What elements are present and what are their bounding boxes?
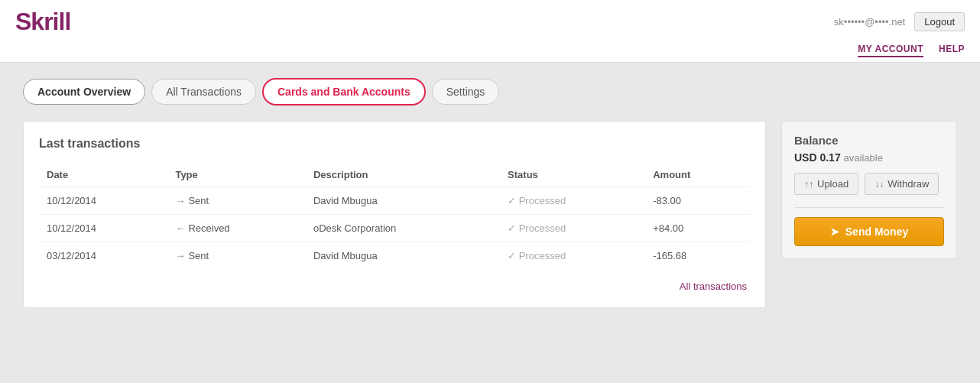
cell-status: ✓ Processed	[500, 242, 645, 270]
withdraw-icon: ↓	[875, 179, 884, 190]
header-nav: MY ACCOUNT HELP	[15, 41, 965, 62]
cell-date: 10/12/2014	[39, 187, 167, 215]
content-layout: Last transactions Date Type Description …	[23, 121, 957, 308]
tab-settings[interactable]: Settings	[432, 79, 500, 105]
received-icon: ←	[175, 222, 185, 234]
sent-icon: →	[175, 195, 185, 206]
header: Skrill sk••••••@••••.net Logout MY ACCOU…	[0, 0, 980, 63]
col-type: Type	[167, 163, 306, 187]
col-amount: Amount	[645, 163, 750, 187]
cell-description: David Mbugua	[306, 187, 500, 215]
cell-description: oDesk Corporation	[306, 215, 500, 242]
header-top: Skrill sk••••••@••••.net Logout	[15, 0, 965, 41]
transactions-title: Last transactions	[39, 137, 750, 151]
cell-type: ←Received	[167, 215, 306, 242]
status-check-icon: ✓	[508, 222, 516, 234]
cell-description: David Mbugua	[306, 242, 500, 270]
sidebar-divider	[794, 207, 944, 208]
tab-all-transactions[interactable]: All Transactions	[151, 79, 256, 105]
send-money-button[interactable]: ➤ Send Money	[794, 217, 944, 246]
cell-date: 03/12/2014	[39, 242, 167, 270]
col-description: Description	[306, 163, 500, 187]
status-label: Processed	[519, 250, 566, 261]
table-row: 10/12/2014 ←Received oDesk Corporation ✓…	[39, 215, 750, 242]
cell-amount: -165.68	[645, 242, 750, 270]
logo: Skrill	[15, 8, 70, 36]
balance-actions: ↑ Upload ↓ Withdraw	[794, 173, 944, 195]
transactions-panel: Last transactions Date Type Description …	[23, 121, 766, 308]
cell-date: 10/12/2014	[39, 215, 167, 242]
upload-icon: ↑	[804, 179, 813, 190]
col-date: Date	[39, 163, 167, 187]
withdraw-button[interactable]: ↓ Withdraw	[865, 173, 939, 195]
send-money-icon: ➤	[830, 226, 839, 238]
withdraw-label: Withdraw	[888, 178, 929, 190]
cell-type: →Sent	[167, 187, 306, 215]
cell-status: ✓ Processed	[500, 187, 645, 215]
upload-label: Upload	[817, 178, 849, 190]
header-right: sk••••••@••••.net Logout	[834, 12, 965, 31]
all-transactions-link-container: All transactions	[39, 269, 750, 292]
tab-cards-bank-accounts[interactable]: Cards and Bank Accounts	[262, 78, 426, 105]
upload-button[interactable]: ↑ Upload	[794, 173, 858, 195]
transactions-table: Date Type Description Status Amount 10/1…	[39, 163, 750, 269]
tab-account-overview[interactable]: Account Overview	[23, 79, 145, 105]
status-label: Processed	[519, 195, 566, 206]
table-row: 03/12/2014 →Sent David Mbugua ✓ Processe…	[39, 242, 750, 270]
cell-amount: +84.00	[645, 215, 750, 242]
status-label: Processed	[519, 222, 566, 234]
table-row: 10/12/2014 →Sent David Mbugua ✓ Processe…	[39, 187, 750, 215]
sent-icon: →	[175, 250, 185, 261]
send-money-label: Send Money	[845, 226, 908, 238]
my-account-nav[interactable]: MY ACCOUNT	[858, 44, 923, 57]
cell-amount: -83.00	[645, 187, 750, 215]
cell-type: →Sent	[167, 242, 306, 270]
balance-amount: USD 0.17 available	[794, 151, 944, 164]
tab-navigation: Account Overview All Transactions Cards …	[23, 78, 957, 105]
logout-button[interactable]: Logout	[914, 12, 965, 31]
status-check-icon: ✓	[508, 250, 516, 261]
balance-available-label: available	[844, 152, 883, 164]
sidebar-panel: Balance USD 0.17 available ↑ Upload ↓ Wi…	[781, 121, 957, 259]
user-email: sk••••••@••••.net	[834, 16, 905, 28]
table-header-row: Date Type Description Status Amount	[39, 163, 750, 187]
balance-title: Balance	[794, 134, 944, 147]
cell-status: ✓ Processed	[500, 215, 645, 242]
status-check-icon: ✓	[508, 195, 516, 206]
balance-currency-amount: USD 0.17	[794, 151, 841, 164]
all-transactions-link[interactable]: All transactions	[680, 281, 747, 292]
main-content: Account Overview All Transactions Cards …	[0, 63, 980, 323]
help-nav[interactable]: HELP	[939, 44, 965, 57]
col-status: Status	[500, 163, 645, 187]
